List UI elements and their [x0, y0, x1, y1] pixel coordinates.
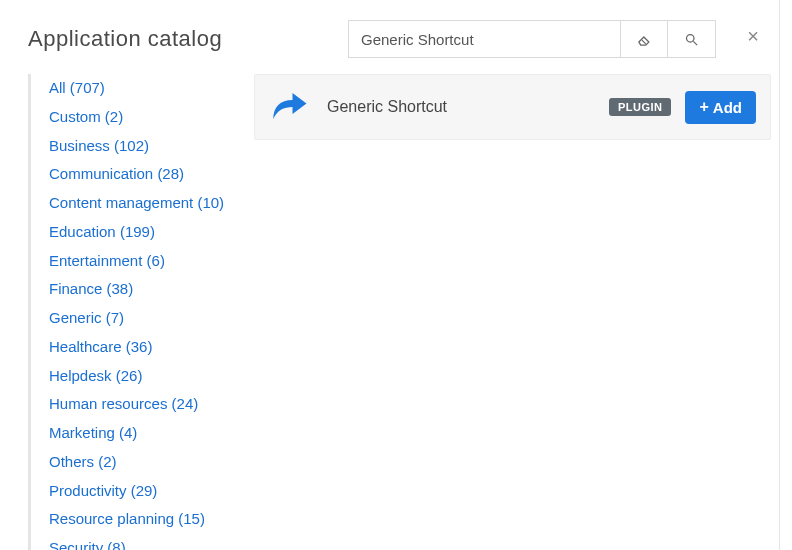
application-catalog-modal: Application catalog — [0, 0, 780, 550]
modal-header: Application catalog — [0, 0, 779, 70]
category-item[interactable]: Communication (28) — [49, 160, 246, 189]
search-input[interactable] — [348, 20, 620, 58]
close-icon: × — [747, 26, 759, 46]
search-group — [348, 20, 716, 58]
category-item[interactable]: Education (199) — [49, 218, 246, 247]
svg-point-0 — [687, 34, 695, 42]
result-name: Generic Shortcut — [327, 98, 595, 116]
category-item[interactable]: Entertainment (6) — [49, 247, 246, 276]
category-item[interactable]: Helpdesk (26) — [49, 362, 246, 391]
category-sidebar[interactable]: All (707)Custom (2)Business (102)Communi… — [28, 74, 246, 550]
category-item[interactable]: Productivity (29) — [49, 477, 246, 506]
add-button[interactable]: +Add — [685, 91, 756, 124]
category-item[interactable]: Healthcare (36) — [49, 333, 246, 362]
plus-icon: + — [699, 99, 708, 115]
modal-body: All (707)Custom (2)Business (102)Communi… — [0, 70, 779, 550]
share-arrow-icon — [265, 83, 313, 131]
result-row: Generic ShortcutPLUGIN+Add — [254, 74, 771, 140]
category-item[interactable]: Resource planning (15) — [49, 505, 246, 534]
svg-line-1 — [693, 41, 697, 45]
category-item[interactable]: Custom (2) — [49, 103, 246, 132]
clear-search-button[interactable] — [620, 20, 668, 58]
category-item[interactable]: Security (8) — [49, 534, 246, 550]
results-panel: Generic ShortcutPLUGIN+Add — [246, 70, 779, 550]
search-icon — [684, 32, 699, 47]
eraser-icon — [637, 32, 652, 47]
category-item[interactable]: Marketing (4) — [49, 419, 246, 448]
add-button-label: Add — [713, 99, 742, 116]
category-item[interactable]: Human resources (24) — [49, 390, 246, 419]
category-item[interactable]: Business (102) — [49, 132, 246, 161]
page-title: Application catalog — [28, 26, 328, 52]
close-button[interactable]: × — [743, 26, 763, 46]
category-item[interactable]: Finance (38) — [49, 275, 246, 304]
plugin-badge: PLUGIN — [609, 98, 672, 116]
category-item[interactable]: All (707) — [49, 74, 246, 103]
category-item[interactable]: Content management (10) — [49, 189, 246, 218]
category-item[interactable]: Generic (7) — [49, 304, 246, 333]
category-item[interactable]: Others (2) — [49, 448, 246, 477]
search-button[interactable] — [668, 20, 716, 58]
